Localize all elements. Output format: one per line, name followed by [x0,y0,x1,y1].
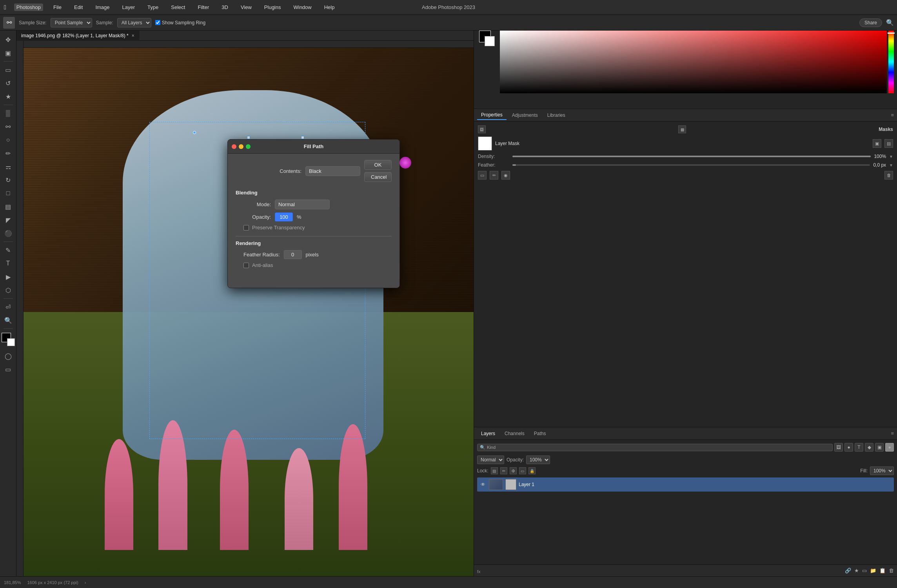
menu-file[interactable]: File [51,4,64,11]
shape-tool[interactable]: ⬡ [2,284,14,296]
link-layers-btn[interactable]: 🔗 [845,568,851,573]
menu-plugins[interactable]: Plugins [262,4,283,11]
add-mask-btn[interactable]: ▭ [862,568,867,573]
document-tab[interactable]: image 1946.png @ 182% (Layer 1, Layer Ma… [16,31,140,41]
pen-tool[interactable]: ✎ [2,244,14,256]
tab-properties[interactable]: Properties [477,111,507,120]
tab-adjustments[interactable]: Adjustments [508,111,542,120]
blur-tool[interactable]: ◤ [2,214,14,226]
menu-3d[interactable]: 3D [219,4,231,11]
tab-layers[interactable]: Layers [477,429,499,438]
share-button[interactable]: Share [859,18,882,27]
lock-artboards-btn[interactable]: ▭ [519,467,526,474]
type-tool[interactable]: T [2,258,14,269]
mask-apply-btn[interactable]: ▤ [884,139,893,148]
add-effect-btn[interactable]: ★ [854,568,859,573]
lasso-tool[interactable]: ↺ [2,77,14,89]
apple-icon[interactable]:  [4,4,6,11]
background-color-swatch[interactable] [485,36,495,46]
layer-thumbnail[interactable] [489,479,503,490]
fg-bg-swatches[interactable] [479,31,495,46]
layer-visibility-btn[interactable]: 👁 [479,481,487,488]
layers-panel-menu[interactable]: ≡ [891,430,894,436]
opacity-select[interactable]: 100% [526,456,550,464]
tab-libraries[interactable]: Libraries [543,111,569,120]
tab-paths[interactable]: Paths [530,429,550,438]
menu-window[interactable]: Window [291,4,314,11]
layer-row[interactable]: 👁 Layer 1 [477,477,894,492]
new-layer-btn[interactable]: 📋 [879,568,886,573]
mask-delete-btn[interactable]: 🗑 [884,171,893,180]
tab-channels[interactable]: Channels [501,429,528,438]
dialog-minimize-btn[interactable] [239,144,243,149]
layer-mask-thumbnail[interactable] [505,479,516,490]
marquee-tool[interactable]: ▭ [2,64,14,76]
move-tool[interactable]: ✥ [2,34,14,45]
density-slider[interactable] [512,156,871,157]
cancel-button[interactable]: Cancel [364,172,392,182]
tab-close-button[interactable]: × [132,33,134,38]
mask-refine-btn[interactable]: ▣ [873,139,881,148]
screen-mode-btn[interactable]: ▭ [2,363,14,375]
lock-transparent-btn[interactable]: ▤ [491,467,498,474]
feather-radius-input[interactable]: 0 [284,250,302,259]
crop-tool[interactable]: ▒ [2,107,14,119]
layer-type-filter-btn[interactable]: T [855,443,863,452]
status-nav[interactable]: › [85,580,86,585]
menu-type[interactable]: Type [145,4,161,11]
fill-select[interactable]: 100% [870,466,894,475]
eyedropper-tool-2[interactable]: ⚯ [2,121,14,132]
clone-tool[interactable]: ⚎ [2,161,14,172]
menu-view[interactable]: View [238,4,254,11]
fg-bg-color-swatch[interactable] [2,333,15,346]
menu-help[interactable]: Help [322,4,337,11]
contents-select[interactable]: Black [305,166,360,176]
quick-mask-btn[interactable]: ◯ [2,350,14,362]
menu-image[interactable]: Image [93,4,112,11]
menu-layer[interactable]: Layer [120,4,138,11]
preserve-transparency-checkbox[interactable] [243,225,249,230]
mask-thumbnail[interactable] [478,136,492,151]
sampling-ring-checkbox-label[interactable]: Show Sampling Ring [155,20,205,25]
mask-enable-btn[interactable]: ◉ [501,171,510,180]
layer-shape-filter-btn[interactable]: ◆ [865,443,873,452]
menu-photoshop[interactable]: Photoshop [14,4,43,11]
hue-strip[interactable] [888,31,894,93]
layer-adjustment-filter-btn[interactable]: ● [844,443,853,452]
zoom-tool[interactable]: 🔍 [2,314,14,326]
history-brush-tool[interactable]: ↻ [2,174,14,186]
delete-layer-btn[interactable]: 🗑 [889,568,894,573]
sample-layers-select[interactable]: All Layers [117,18,151,27]
menu-filter[interactable]: Filter [195,4,211,11]
eraser-tool[interactable]: □ [2,187,14,199]
menu-edit[interactable]: Edit [72,4,85,11]
eyedropper-tool[interactable]: ⚯ [3,17,15,29]
dodge-tool[interactable]: ⚫ [2,227,14,239]
ok-button[interactable]: OK [364,160,392,170]
color-field[interactable] [500,31,887,93]
lock-all-btn[interactable]: 🔒 [528,467,536,474]
prop-mask-icon[interactable]: ▩ [678,125,686,133]
canvas-content[interactable] [24,48,474,576]
opacity-input[interactable]: 100 [275,212,293,221]
artboard-tool[interactable]: ▣ [2,47,14,59]
fill-path-dialog[interactable]: Fill Path Contents: Black OK Cancel Blen… [227,139,400,288]
heal-tool[interactable]: ○ [2,134,14,146]
mode-select[interactable]: Normal [275,200,330,209]
layer-image-filter-btn[interactable]: 🖼 [834,443,843,452]
layer-smartobj-filter-btn[interactable]: ▣ [875,443,884,452]
mask-paint-btn[interactable]: ✏ [490,171,498,180]
blend-mode-select[interactable]: Normal [477,456,504,464]
path-select-tool[interactable]: ▶ [2,271,14,283]
prop-image-icon[interactable]: 🖼 [478,125,486,133]
hand-tool[interactable]: ⏎ [2,301,14,313]
new-group-btn[interactable]: 📁 [870,568,876,573]
feather-slider[interactable] [512,164,870,166]
gradient-tool[interactable]: ▤ [2,201,14,212]
dialog-maximize-btn[interactable] [246,144,251,149]
layer-filter-toggle-btn[interactable]: ● [885,443,894,452]
lock-position-btn[interactable]: ✠ [510,467,517,474]
search-button[interactable]: 🔍 [886,19,894,26]
mask-selection-btn[interactable]: ▭ [478,171,487,180]
brush-tool[interactable]: ✏ [2,147,14,159]
